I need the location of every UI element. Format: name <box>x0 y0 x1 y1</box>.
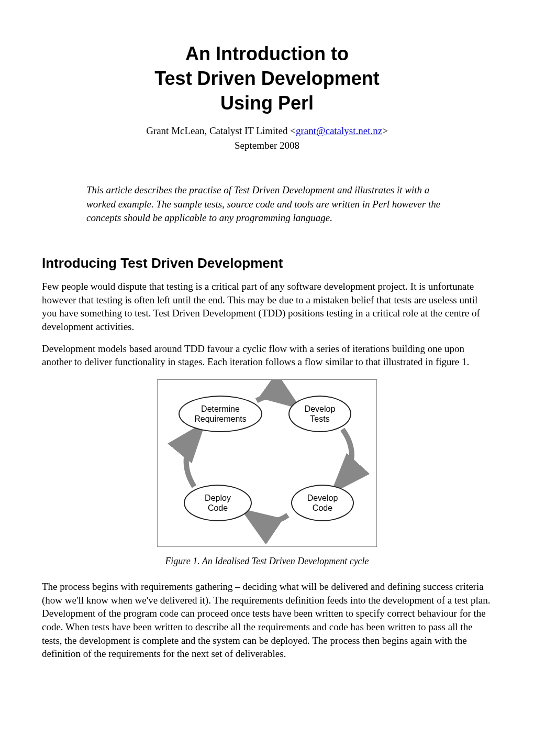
body-paragraph-1: Few people would dispute that testing is… <box>42 280 492 334</box>
title-line-2: Test Driven Development <box>42 67 492 90</box>
node-label: Develop Code <box>307 493 338 513</box>
node-label: Develop Tests <box>305 404 336 424</box>
node-develop-tests: Develop Tests <box>288 396 351 432</box>
node-determine-requirements: Determine Requirements <box>179 396 262 432</box>
byline-suffix: > <box>382 125 388 136</box>
title-block: An Introduction to Test Driven Developme… <box>42 42 492 115</box>
publication-date: September 2008 <box>42 139 492 152</box>
node-label: Determine Requirements <box>194 404 247 424</box>
node-develop-code: Develop Code <box>291 485 354 521</box>
author-email-link[interactable]: grant@catalyst.net.nz <box>296 125 382 136</box>
abstract: This article describes the practise of T… <box>86 183 448 225</box>
byline: Grant McLean, Catalyst IT Limited <grant… <box>42 124 492 138</box>
figure-box: Determine Requirements Develop Tests Dep… <box>157 379 377 547</box>
section-heading: Introducing Test Driven Development <box>42 254 492 272</box>
node-deploy-code: Deploy Code <box>184 485 252 521</box>
figure-caption: Figure 1. An Idealised Test Driven Devel… <box>42 555 492 567</box>
node-label: Deploy Code <box>205 493 231 513</box>
body-paragraph-2: Development models based around TDD favo… <box>42 342 492 369</box>
title-line-3: Using Perl <box>42 91 492 115</box>
title-line-1: An Introduction to <box>42 42 492 65</box>
byline-prefix: Grant McLean, Catalyst IT Limited < <box>146 125 296 136</box>
body-paragraph-3: The process begins with requirements gat… <box>42 580 492 661</box>
figure-1: Determine Requirements Develop Tests Dep… <box>42 379 492 567</box>
